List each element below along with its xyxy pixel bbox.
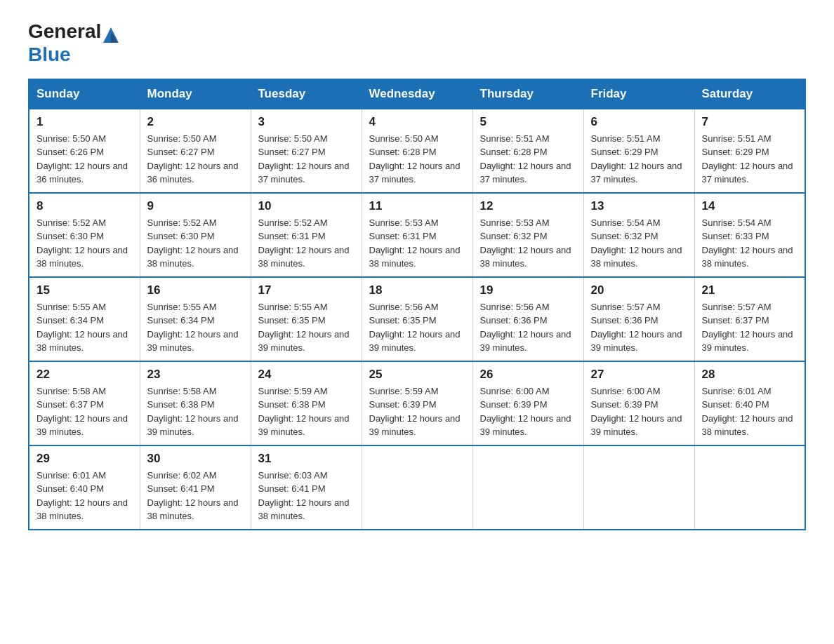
week-row-5: 29 Sunrise: 6:01 AMSunset: 6:40 PMDaylig… <box>29 445 805 530</box>
day-cell: 2 Sunrise: 5:50 AMSunset: 6:27 PMDayligh… <box>140 109 251 193</box>
week-row-2: 8 Sunrise: 5:52 AMSunset: 6:30 PMDayligh… <box>29 193 805 277</box>
day-number: 6 <box>591 115 687 129</box>
col-header-sunday: Sunday <box>29 79 140 109</box>
day-info: Sunrise: 5:58 AMSunset: 6:38 PMDaylight:… <box>147 386 239 438</box>
day-info: Sunrise: 5:51 AMSunset: 6:29 PMDaylight:… <box>591 133 682 185</box>
day-number: 29 <box>37 452 133 466</box>
col-header-monday: Monday <box>140 79 251 109</box>
day-cell: 25 Sunrise: 5:59 AMSunset: 6:39 PMDaylig… <box>362 361 472 445</box>
day-cell: 31 Sunrise: 6:03 AMSunset: 6:41 PMDaylig… <box>251 445 362 530</box>
day-number: 16 <box>147 283 244 297</box>
day-number: 22 <box>37 368 133 382</box>
day-info: Sunrise: 5:53 AMSunset: 6:32 PMDaylight:… <box>480 217 571 269</box>
day-info: Sunrise: 6:01 AMSunset: 6:40 PMDaylight:… <box>37 470 128 522</box>
day-info: Sunrise: 5:57 AMSunset: 6:36 PMDaylight:… <box>591 302 682 354</box>
day-cell <box>472 445 583 530</box>
day-info: Sunrise: 5:50 AMSunset: 6:27 PMDaylight:… <box>258 133 350 185</box>
day-info: Sunrise: 5:50 AMSunset: 6:27 PMDaylight:… <box>147 133 239 185</box>
day-number: 18 <box>369 283 465 297</box>
day-number: 19 <box>480 283 576 297</box>
day-info: Sunrise: 5:58 AMSunset: 6:37 PMDaylight:… <box>37 386 128 438</box>
day-cell: 12 Sunrise: 5:53 AMSunset: 6:32 PMDaylig… <box>472 193 583 277</box>
day-info: Sunrise: 5:54 AMSunset: 6:33 PMDaylight:… <box>702 217 793 269</box>
day-info: Sunrise: 5:59 AMSunset: 6:38 PMDaylight:… <box>258 386 350 438</box>
day-number: 24 <box>258 368 355 382</box>
day-info: Sunrise: 5:51 AMSunset: 6:28 PMDaylight:… <box>480 133 571 185</box>
day-cell: 23 Sunrise: 5:58 AMSunset: 6:38 PMDaylig… <box>140 361 251 445</box>
day-info: Sunrise: 5:52 AMSunset: 6:30 PMDaylight:… <box>147 217 239 269</box>
day-number: 15 <box>37 283 133 297</box>
page-header: General Blue <box>28 21 806 66</box>
day-number: 23 <box>147 368 244 382</box>
day-cell: 24 Sunrise: 5:59 AMSunset: 6:38 PMDaylig… <box>251 361 362 445</box>
day-number: 30 <box>147 452 244 466</box>
day-cell: 5 Sunrise: 5:51 AMSunset: 6:28 PMDayligh… <box>472 109 583 193</box>
day-cell: 27 Sunrise: 6:00 AMSunset: 6:39 PMDaylig… <box>583 361 694 445</box>
day-number: 10 <box>258 199 355 213</box>
col-header-wednesday: Wednesday <box>362 79 472 109</box>
day-cell: 19 Sunrise: 5:56 AMSunset: 6:36 PMDaylig… <box>472 277 583 361</box>
col-header-tuesday: Tuesday <box>251 79 362 109</box>
day-cell: 11 Sunrise: 5:53 AMSunset: 6:31 PMDaylig… <box>362 193 472 277</box>
day-info: Sunrise: 6:00 AMSunset: 6:39 PMDaylight:… <box>480 386 571 438</box>
day-cell: 9 Sunrise: 5:52 AMSunset: 6:30 PMDayligh… <box>140 193 251 277</box>
day-info: Sunrise: 5:59 AMSunset: 6:39 PMDaylight:… <box>369 386 461 438</box>
col-header-saturday: Saturday <box>694 79 805 109</box>
day-cell: 1 Sunrise: 5:50 AMSunset: 6:26 PMDayligh… <box>29 109 140 193</box>
day-cell: 8 Sunrise: 5:52 AMSunset: 6:30 PMDayligh… <box>29 193 140 277</box>
day-number: 9 <box>147 199 244 213</box>
day-number: 20 <box>591 283 687 297</box>
logo-blue-text: Blue <box>28 43 71 65</box>
week-row-3: 15 Sunrise: 5:55 AMSunset: 6:34 PMDaylig… <box>29 277 805 361</box>
day-cell: 28 Sunrise: 6:01 AMSunset: 6:40 PMDaylig… <box>694 361 805 445</box>
day-cell: 18 Sunrise: 5:56 AMSunset: 6:35 PMDaylig… <box>362 277 472 361</box>
day-info: Sunrise: 5:50 AMSunset: 6:26 PMDaylight:… <box>37 133 128 185</box>
day-number: 17 <box>258 283 355 297</box>
day-number: 1 <box>37 115 133 129</box>
day-info: Sunrise: 5:50 AMSunset: 6:28 PMDaylight:… <box>369 133 461 185</box>
day-number: 3 <box>258 115 355 129</box>
day-number: 11 <box>369 199 465 213</box>
day-number: 21 <box>702 283 798 297</box>
day-cell: 20 Sunrise: 5:57 AMSunset: 6:36 PMDaylig… <box>583 277 694 361</box>
col-header-thursday: Thursday <box>472 79 583 109</box>
day-info: Sunrise: 6:02 AMSunset: 6:41 PMDaylight:… <box>147 470 239 522</box>
week-row-4: 22 Sunrise: 5:58 AMSunset: 6:37 PMDaylig… <box>29 361 805 445</box>
logo-general-text: General <box>28 20 101 42</box>
day-cell: 10 Sunrise: 5:52 AMSunset: 6:31 PMDaylig… <box>251 193 362 277</box>
day-info: Sunrise: 5:51 AMSunset: 6:29 PMDaylight:… <box>702 133 793 185</box>
day-cell: 7 Sunrise: 5:51 AMSunset: 6:29 PMDayligh… <box>694 109 805 193</box>
day-number: 28 <box>702 368 798 382</box>
day-info: Sunrise: 6:03 AMSunset: 6:41 PMDaylight:… <box>258 470 350 522</box>
day-number: 13 <box>591 199 687 213</box>
day-info: Sunrise: 5:52 AMSunset: 6:30 PMDaylight:… <box>37 217 128 269</box>
day-info: Sunrise: 5:53 AMSunset: 6:31 PMDaylight:… <box>369 217 461 269</box>
day-cell: 4 Sunrise: 5:50 AMSunset: 6:28 PMDayligh… <box>362 109 472 193</box>
day-number: 26 <box>480 368 576 382</box>
day-number: 31 <box>258 452 355 466</box>
day-info: Sunrise: 5:55 AMSunset: 6:34 PMDaylight:… <box>147 302 239 354</box>
day-number: 5 <box>480 115 576 129</box>
day-number: 8 <box>37 199 133 213</box>
day-cell <box>583 445 694 530</box>
day-info: Sunrise: 6:01 AMSunset: 6:40 PMDaylight:… <box>702 386 793 438</box>
day-cell: 21 Sunrise: 5:57 AMSunset: 6:37 PMDaylig… <box>694 277 805 361</box>
day-cell <box>694 445 805 530</box>
day-number: 2 <box>147 115 244 129</box>
day-number: 7 <box>702 115 798 129</box>
calendar-table: SundayMondayTuesdayWednesdayThursdayFrid… <box>28 79 806 530</box>
day-cell: 16 Sunrise: 5:55 AMSunset: 6:34 PMDaylig… <box>140 277 251 361</box>
day-cell: 29 Sunrise: 6:01 AMSunset: 6:40 PMDaylig… <box>29 445 140 530</box>
day-cell: 30 Sunrise: 6:02 AMSunset: 6:41 PMDaylig… <box>140 445 251 530</box>
calendar-header-row: SundayMondayTuesdayWednesdayThursdayFrid… <box>29 79 805 109</box>
day-cell: 22 Sunrise: 5:58 AMSunset: 6:37 PMDaylig… <box>29 361 140 445</box>
day-cell: 13 Sunrise: 5:54 AMSunset: 6:32 PMDaylig… <box>583 193 694 277</box>
week-row-1: 1 Sunrise: 5:50 AMSunset: 6:26 PMDayligh… <box>29 109 805 193</box>
day-info: Sunrise: 5:54 AMSunset: 6:32 PMDaylight:… <box>591 217 682 269</box>
day-cell: 17 Sunrise: 5:55 AMSunset: 6:35 PMDaylig… <box>251 277 362 361</box>
logo: General Blue <box>28 21 121 66</box>
day-info: Sunrise: 6:00 AMSunset: 6:39 PMDaylight:… <box>591 386 682 438</box>
day-number: 4 <box>369 115 465 129</box>
day-cell: 6 Sunrise: 5:51 AMSunset: 6:29 PMDayligh… <box>583 109 694 193</box>
day-number: 27 <box>591 368 687 382</box>
